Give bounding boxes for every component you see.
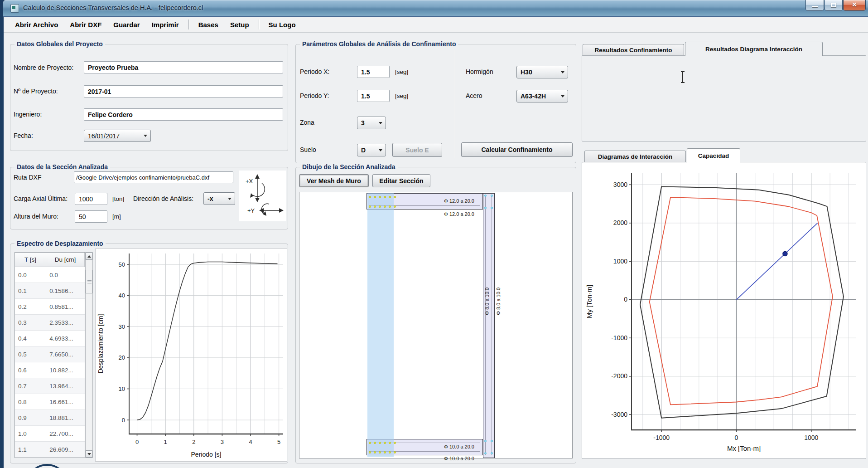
fecha-dropdown[interactable]: 16/01/2017 (84, 130, 151, 142)
menu-abrir-archivo[interactable]: Abrir Archivo (9, 18, 64, 32)
menu-abrir-dxf[interactable]: Abrir DXF (64, 18, 107, 32)
rebar-dot (374, 442, 376, 444)
menu-bases[interactable]: Bases (193, 18, 224, 32)
acero-dropdown[interactable]: A63-42H (516, 90, 568, 102)
editar-seccion-button[interactable]: Editar Sección (372, 174, 430, 187)
minimize-icon (812, 6, 818, 7)
suelo-dropdown[interactable]: D (357, 144, 386, 156)
close-button[interactable]: ✕ (843, 0, 866, 11)
rebar-label-web-outside: Φ 8.0 a 10.0 (496, 288, 501, 315)
cell-t: 1.1 (15, 442, 46, 457)
arrow-up-icon (87, 255, 91, 258)
nombre-proyecto-label: Nombre de Proyecto: (14, 64, 73, 71)
tab-diagramas-interaccion[interactable]: Diagramas de Interacción (584, 151, 686, 162)
numero-proyecto-input[interactable]: 2017-01 (84, 85, 283, 98)
table-row[interactable]: 0.00.0 (15, 267, 85, 283)
capacidad-chart: -3000-2000-10000100020003000-100001000Mx… (584, 164, 863, 456)
rebar-dot (369, 451, 371, 453)
carga-axial-input[interactable]: 1000 (75, 193, 107, 205)
table-row[interactable]: 0.57.6650... (15, 346, 85, 362)
svg-text:My [Ton·m]: My [Ton·m] (585, 285, 593, 318)
mesh-node-dot (484, 452, 487, 454)
menu-separator (259, 20, 259, 29)
titlebar[interactable]: Calculo de Secciones Transversales de H.… (3, 0, 868, 17)
rebar-dot (389, 205, 391, 208)
mesh-node-dot (484, 207, 487, 209)
capacity-curve-outer (640, 187, 844, 418)
svg-text:0: 0 (624, 296, 627, 303)
cell-du: 22.700... (46, 426, 85, 441)
maximize-button[interactable] (825, 0, 843, 11)
rebar-dot (394, 205, 396, 208)
table-row[interactable]: 0.10.1586... (15, 283, 85, 299)
ruta-dxf-input[interactable]: /Google Drive/ejemplos confinamiento/pru… (74, 171, 233, 183)
svg-text:1000: 1000 (804, 434, 818, 441)
resultados-pane (582, 55, 866, 141)
cell-t: 0.5 (15, 346, 46, 362)
tab-resultados-confinamiento[interactable]: Resultados Confinamiento (583, 44, 684, 56)
tab-capacidad[interactable]: Capacidad (687, 148, 740, 162)
cell-t: 0.9 (15, 410, 46, 425)
menu-su-logo[interactable]: Su Logo (263, 18, 302, 32)
table-row[interactable]: 1.126.609... (15, 442, 85, 458)
rebar-label-web-inside: Φ 8.0 a 10.0 (484, 288, 490, 315)
table-row[interactable]: 0.610.882... (15, 362, 85, 378)
cell-t: 0.1 (15, 283, 46, 298)
column-header-t[interactable]: T [s] (15, 253, 46, 267)
cell-t: 0.6 (15, 362, 46, 378)
table-row[interactable]: 0.918.881... (15, 410, 85, 426)
scroll-down-button[interactable] (86, 450, 92, 458)
ver-mesh-button[interactable]: Ver Mesh de Muro (299, 174, 369, 187)
minimize-button[interactable] (805, 0, 824, 11)
menu-guardar[interactable]: Guardar (107, 18, 145, 32)
suelo-e-button[interactable]: Suelo E (392, 143, 442, 157)
text-cursor (682, 71, 683, 83)
table-row[interactable]: 0.20.8581... (15, 299, 85, 315)
cell-t: 0.3 (15, 315, 46, 330)
table-row[interactable]: 1.022.700... (15, 426, 85, 442)
nombre-proyecto-input[interactable]: Proyecto Prueba (84, 61, 283, 73)
direccion-dropdown[interactable]: -x (203, 192, 235, 205)
ingeniero-label: Ingeniero: (14, 111, 42, 118)
mesh-node-dot (491, 195, 493, 197)
svg-text:-1000: -1000 (611, 334, 627, 341)
scrollbar-thumb[interactable] (86, 270, 92, 293)
chevron-down-icon (561, 95, 564, 98)
menu-setup[interactable]: Setup (224, 18, 255, 32)
rebar-line (485, 196, 486, 455)
periodo-x-input[interactable]: 1.5 (357, 66, 390, 78)
cell-t: 0.4 (15, 331, 46, 346)
menu-imprimir[interactable]: Imprimir (146, 18, 185, 32)
mesh-node-dot (484, 195, 487, 197)
table-row[interactable]: 0.44.6933... (15, 331, 85, 346)
hormigon-label: Hormigón (466, 68, 493, 75)
column-header-du[interactable]: Du [cm] (46, 253, 85, 267)
groupbox-title: Datos de la Sección Analizada (14, 163, 110, 171)
rebar-label-bottom-below: Φ 10.0 a 20.0 (444, 456, 474, 461)
section-drawing-canvas[interactable]: Φ 12.0 a 20.0 Φ 12.0 a 20.0 Φ 8.0 a 10.0… (299, 192, 573, 458)
tab-resultados-diagrama[interactable]: Resultados Diagrama Interacción (685, 42, 823, 56)
table-scrollbar[interactable] (85, 252, 93, 458)
svg-text:10: 10 (119, 385, 125, 392)
confinement-highlight-band (367, 193, 394, 457)
table-row[interactable]: 0.32.3533... (15, 315, 85, 331)
svg-text:Mx [Ton·m]: Mx [Ton·m] (727, 444, 761, 452)
ingeniero-input[interactable]: Felipe Cordero (84, 108, 283, 121)
table-row[interactable]: 0.816.661... (15, 394, 85, 410)
periodo-y-input[interactable]: 1.5 (357, 90, 390, 102)
rebar-dot (369, 205, 371, 208)
direccion-label: Dirección de Análisis: (133, 195, 193, 202)
altura-muro-input[interactable]: 50 (75, 210, 107, 223)
hormigon-dropdown[interactable]: H30 (516, 66, 568, 78)
table-header: T [s] Du [cm] (15, 253, 85, 267)
svg-text:2000: 2000 (613, 219, 627, 226)
calcular-confinamiento-button[interactable]: Calcular Confinamiento (461, 142, 573, 157)
rebar-label-top-below: Φ 12.0 a 20.0 (444, 211, 474, 217)
altura-muro-label: Altura del Muro: (14, 213, 58, 220)
zona-dropdown[interactable]: 3 (357, 117, 386, 129)
svg-text:Desplazamiento [cm]: Desplazamiento [cm] (97, 314, 104, 374)
mesh-node-dot (491, 440, 493, 442)
cell-du: 16.661... (46, 394, 85, 410)
table-row[interactable]: 0.713.964... (15, 378, 85, 394)
scroll-up-button[interactable] (86, 253, 92, 260)
